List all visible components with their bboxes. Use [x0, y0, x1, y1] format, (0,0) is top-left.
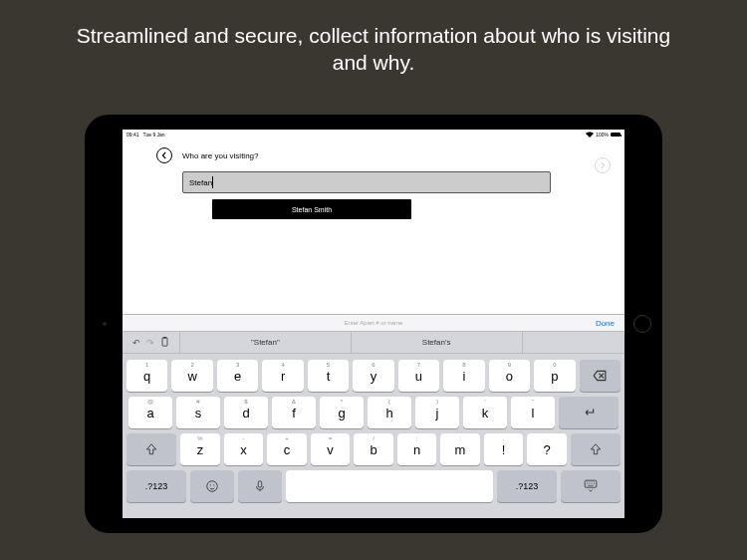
mic-key[interactable] [238, 470, 282, 502]
hide-keyboard-key[interactable] [561, 470, 621, 502]
clipboard-icon[interactable] [160, 337, 169, 349]
key-f[interactable]: &f [272, 397, 316, 428]
key-q[interactable]: 1q [126, 360, 167, 392]
key-x[interactable]: -x [224, 433, 264, 465]
suggestion-1[interactable]: "Stefan" [179, 332, 351, 353]
camera-dot [103, 322, 107, 326]
search-result[interactable]: Stefan Smith [212, 199, 411, 219]
prompt-text: Who are you visiting? [182, 151, 258, 160]
svg-point-3 [210, 484, 211, 485]
key-i[interactable]: 8i [443, 360, 484, 392]
key-c[interactable]: +c [267, 433, 307, 465]
status-left: 09:41 Tue 9 Jan [126, 132, 165, 138]
return-icon [582, 406, 596, 420]
backspace-key[interactable] [580, 360, 621, 392]
key-t[interactable]: 5t [308, 360, 349, 392]
redo-icon[interactable]: ↷ [146, 338, 154, 348]
text-cursor [212, 176, 213, 188]
keyboard-accessory: Enter Apart # or name Done [123, 314, 624, 332]
chevron-right-icon [599, 161, 607, 169]
wifi-icon [586, 132, 594, 138]
key-n[interactable]: ;n [397, 433, 437, 465]
emoji-icon [205, 479, 219, 493]
keyboard: Enter Apart # or name Done ↶ ↷ "Stefan" … [123, 314, 624, 518]
key-a[interactable]: @a [128, 397, 172, 428]
hide-keyboard-icon [584, 479, 598, 493]
backspace-icon [593, 369, 607, 383]
key-h[interactable]: (h [368, 397, 411, 428]
status-bar: 09:41 Tue 9 Jan 100% [123, 130, 624, 140]
svg-rect-5 [258, 481, 262, 487]
keyboard-keys: 1q2w3e4r5t6y7u8i9o0p @a#s$d&f*g(h)j'k"l … [123, 354, 624, 518]
key-b[interactable]: /b [354, 433, 393, 465]
marketing-caption: Streamlined and secure, collect informat… [0, 0, 747, 77]
key-l[interactable]: "l [511, 397, 555, 428]
svg-point-4 [213, 484, 214, 485]
key-w[interactable]: 2w [171, 360, 212, 392]
key-s[interactable]: #s [176, 397, 220, 428]
battery-pct: 100% [596, 132, 609, 138]
done-button[interactable]: Done [596, 319, 615, 328]
home-button[interactable] [633, 315, 651, 333]
svg-point-2 [207, 481, 218, 492]
key-![interactable]: ,! [484, 433, 524, 465]
suggestion-bar: ↶ ↷ "Stefan" Stefan's [123, 332, 624, 354]
battery-icon [611, 133, 621, 137]
key-d[interactable]: $d [224, 397, 268, 428]
key-j[interactable]: )j [415, 397, 459, 428]
key-r[interactable]: 4r [262, 360, 303, 392]
key-z[interactable]: %z [180, 433, 220, 465]
shift-right-key[interactable] [571, 433, 621, 465]
back-button[interactable] [156, 147, 172, 163]
chevron-left-icon [160, 151, 168, 159]
screen: 09:41 Tue 9 Jan 100% Who are you visitin… [123, 130, 624, 518]
undo-icon[interactable]: ↶ [132, 338, 140, 348]
key-e[interactable]: 3e [217, 360, 258, 392]
suggestion-2[interactable]: Stefan's [351, 332, 522, 353]
ipad-device: 09:41 Tue 9 Jan 100% Who are you visitin… [85, 115, 662, 533]
shift-left-key[interactable] [126, 433, 176, 465]
key-y[interactable]: 6y [353, 360, 393, 392]
accessory-placeholder: Enter Apart # or name [345, 320, 403, 326]
key-g[interactable]: *g [320, 397, 364, 428]
status-right: 100% [586, 132, 621, 138]
key-o[interactable]: 9o [489, 360, 530, 392]
return-key[interactable] [559, 397, 619, 428]
svg-rect-0 [162, 337, 167, 345]
key-m[interactable]: :m [440, 433, 480, 465]
visitor-search-input[interactable]: Stefan [182, 171, 551, 193]
input-value: Stefan [189, 178, 212, 187]
svg-rect-1 [163, 337, 166, 339]
app-content: Who are you visiting? Stefan Stefan Smit… [123, 140, 624, 219]
space-key[interactable] [286, 470, 493, 502]
mode-key-right[interactable]: .?123 [497, 470, 557, 502]
shift-icon [144, 442, 158, 456]
forward-button [595, 157, 611, 173]
key-p[interactable]: 0p [534, 360, 575, 392]
status-time: 09:41 [126, 132, 139, 138]
suggestion-empty [522, 332, 624, 353]
emoji-key[interactable] [190, 470, 234, 502]
mode-key-left[interactable]: .?123 [126, 470, 186, 502]
key-k[interactable]: 'k [463, 397, 507, 428]
mic-icon [253, 479, 267, 493]
key-u[interactable]: 7u [398, 360, 439, 392]
key-v[interactable]: =v [311, 433, 351, 465]
shift-icon [589, 442, 603, 456]
key-?[interactable]: .? [527, 433, 567, 465]
status-date: Tue 9 Jan [143, 132, 165, 138]
